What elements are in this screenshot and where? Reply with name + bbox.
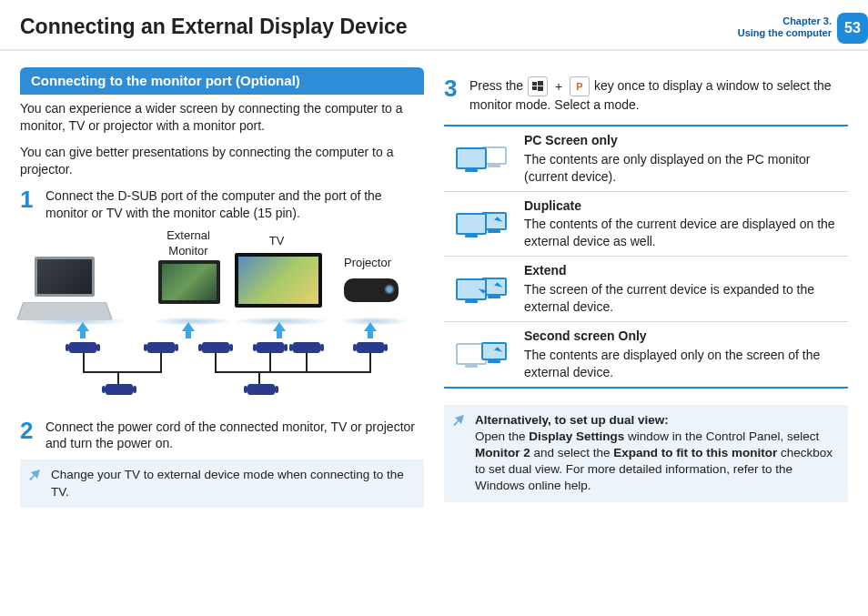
alt-b2: Monitor 2 bbox=[475, 446, 530, 459]
windows-key-icon bbox=[528, 76, 548, 96]
extend-icon bbox=[448, 262, 515, 316]
cable-icon bbox=[215, 371, 260, 373]
cable-icon bbox=[119, 371, 162, 373]
alt-b1: Display Settings bbox=[529, 429, 624, 443]
step-3-text: Press the + P key once to display a wind… bbox=[469, 76, 848, 114]
page-number-badge: 53 bbox=[837, 13, 868, 44]
section-heading: Connecting to the monitor port (Optional… bbox=[20, 67, 424, 95]
svg-rect-1 bbox=[538, 81, 543, 86]
vga-port-icon bbox=[357, 342, 384, 353]
svg-rect-3 bbox=[538, 86, 543, 91]
cable-icon bbox=[117, 371, 119, 384]
right-column: 3 Press the + P key once to display a wi… bbox=[444, 67, 848, 508]
intro-para-2: You can give better presentations by con… bbox=[20, 144, 424, 178]
alt-mid2: and select the bbox=[534, 446, 614, 459]
tv-mode-note: Change your TV to external device mode w… bbox=[20, 459, 424, 507]
chapter-label: Chapter 3. Using the computer bbox=[738, 13, 837, 39]
tv-icon bbox=[235, 253, 322, 308]
option-pc-only: PC Screen only The contents are only dis… bbox=[444, 126, 848, 192]
alt-b3: Expand to fit to this monitor bbox=[613, 446, 777, 459]
option-extend: Extend The screen of the current device … bbox=[444, 257, 848, 322]
note-icon bbox=[451, 412, 468, 433]
note-text: Change your TV to external device mode w… bbox=[51, 468, 404, 498]
vga-port-icon bbox=[257, 342, 284, 353]
label-projector: Projector bbox=[340, 255, 395, 271]
chapter-line2: Using the computer bbox=[738, 27, 832, 39]
alt-pre: Open the bbox=[475, 429, 529, 443]
cable-icon bbox=[160, 353, 162, 371]
cable-icon bbox=[260, 371, 371, 373]
option-title: PC Screen only bbox=[524, 132, 844, 149]
cable-icon bbox=[369, 353, 371, 371]
svg-rect-2 bbox=[532, 86, 537, 90]
external-monitor-icon bbox=[158, 260, 220, 304]
step-1: 1 Connect the D-SUB port of the computer… bbox=[20, 187, 424, 222]
step-3-number: 3 bbox=[444, 76, 469, 114]
header-right: Chapter 3. Using the computer 53 bbox=[738, 13, 868, 44]
pc-only-icon bbox=[448, 132, 515, 186]
vga-port-icon bbox=[202, 342, 229, 353]
alt-title: Alternatively, to set up dual view: bbox=[475, 413, 669, 427]
step-2-text: Connect the power cord of the connected … bbox=[45, 419, 424, 453]
vga-port-icon bbox=[293, 342, 320, 353]
dual-view-note: Alternatively, to set up dual view: Open… bbox=[444, 405, 848, 502]
step-2: 2 Connect the power cord of the connecte… bbox=[20, 419, 424, 453]
label-external-monitor: External Monitor bbox=[156, 227, 220, 259]
label-tv: TV bbox=[258, 233, 295, 249]
content-columns: Connecting to the monitor port (Optional… bbox=[0, 51, 868, 508]
step-1-number: 1 bbox=[20, 187, 45, 222]
option-desc: The contents are only displayed on the P… bbox=[524, 151, 844, 186]
arrow-up-icon bbox=[273, 322, 286, 331]
projector-icon bbox=[344, 278, 399, 302]
option-title: Extend bbox=[524, 262, 844, 279]
option-desc: The screen of the current device is expa… bbox=[524, 281, 844, 316]
connection-diagram: External Monitor TV Projector bbox=[20, 227, 424, 409]
note-icon bbox=[27, 467, 44, 488]
svg-rect-0 bbox=[532, 82, 537, 86]
cable-icon bbox=[269, 353, 271, 371]
display-mode-table: PC Screen only The contents are only dis… bbox=[444, 125, 848, 389]
cable-icon bbox=[306, 353, 308, 371]
page-title: Connecting an External Display Device bbox=[20, 13, 408, 41]
option-desc: The contents of the current device are d… bbox=[524, 216, 844, 250]
arrow-up-icon bbox=[76, 322, 89, 331]
option-desc: The contents are displayed only on the s… bbox=[524, 347, 844, 381]
shadow-icon bbox=[20, 317, 129, 326]
cable-icon bbox=[215, 353, 217, 371]
arrow-up-icon bbox=[364, 322, 377, 331]
step-3: 3 Press the + P key once to display a wi… bbox=[444, 76, 848, 114]
option-duplicate: Duplicate The contents of the current de… bbox=[444, 192, 848, 258]
alt-mid1: window in the Control Panel, select bbox=[628, 429, 819, 443]
step-1-text: Connect the D-SUB port of the computer a… bbox=[45, 187, 424, 222]
page-header: Connecting an External Display Device Ch… bbox=[0, 0, 868, 51]
option-second-only: Second screen Only The contents are disp… bbox=[444, 322, 848, 387]
vga-port-icon bbox=[147, 342, 175, 353]
second-only-icon bbox=[448, 328, 515, 381]
cable-icon bbox=[258, 371, 260, 384]
cable-icon bbox=[83, 371, 119, 373]
vga-connector-icon bbox=[106, 384, 133, 395]
step-2-number: 2 bbox=[20, 419, 45, 453]
cable-icon bbox=[83, 353, 85, 371]
step-3-pre: Press the bbox=[469, 78, 527, 93]
intro-para-1: You can experience a wider screen by con… bbox=[20, 100, 424, 135]
option-title: Second screen Only bbox=[524, 328, 844, 345]
option-title: Duplicate bbox=[524, 197, 844, 215]
vga-port-icon bbox=[69, 342, 96, 353]
duplicate-icon bbox=[448, 197, 515, 251]
chapter-line1: Chapter 3. bbox=[738, 15, 832, 27]
arrow-up-icon bbox=[182, 322, 195, 331]
left-column: Connecting to the monitor port (Optional… bbox=[20, 67, 424, 508]
p-key-icon: P bbox=[570, 76, 590, 96]
vga-connector-icon bbox=[247, 384, 275, 395]
laptop-icon bbox=[35, 257, 95, 297]
plus-sign: + bbox=[555, 79, 562, 94]
